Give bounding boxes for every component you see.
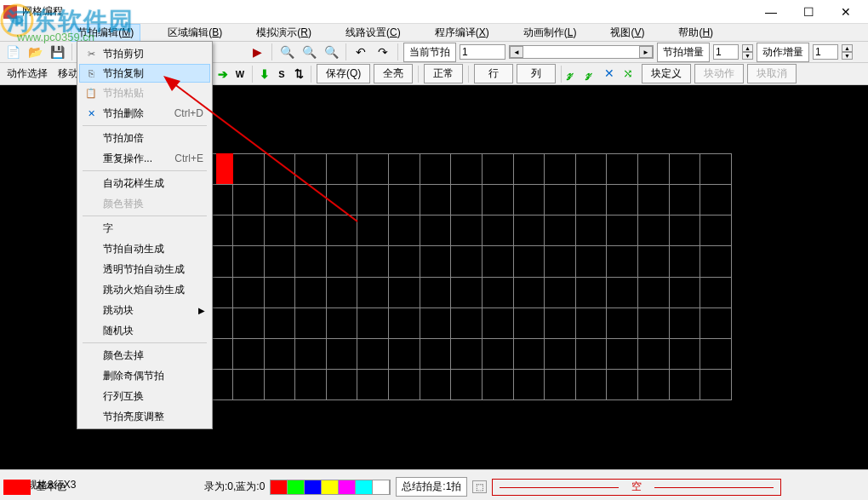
new-icon[interactable]: 📄	[3, 43, 22, 61]
menu-help[interactable]: 帮助(H)	[671, 24, 720, 42]
block-action-button: 块动作	[694, 64, 744, 83]
submenu-arrow-icon: ▶	[198, 306, 207, 315]
red-cell[interactable]	[216, 153, 233, 184]
menu-beat-edit[interactable]: 节拍编辑(M)	[71, 24, 140, 42]
window-title: 网格编程	[22, 4, 752, 19]
action-incr-label: 动作增量	[757, 43, 809, 62]
block-cancel-button: 块取消	[747, 64, 797, 83]
menu-beat-bright[interactable]: 节拍亮度调整	[79, 406, 210, 427]
menu-line-setting[interactable]: 线路设置(C)	[339, 24, 408, 42]
full-bright-button[interactable]: 全亮	[374, 64, 413, 83]
total-beats-label: 总结拍是:1拍	[396, 477, 467, 497]
menu-delete[interactable]: ✕节拍删除Ctrl+D	[79, 103, 210, 124]
menu-compile[interactable]: 程序编译(X)	[428, 24, 496, 42]
x1-icon[interactable]: ✕	[604, 66, 620, 82]
color-info-label: 录为:0,蓝为:0	[204, 480, 265, 494]
save-button[interactable]: 保存(Q)	[317, 64, 370, 83]
tool-icon[interactable]: ▶	[248, 43, 266, 61]
menu-area-edit[interactable]: 区域编辑(B)	[161, 24, 229, 42]
menu-row-col-swap[interactable]: 行列互换	[79, 386, 210, 406]
menu-view[interactable]: 视图(V)	[603, 24, 651, 42]
stamp2-icon[interactable]: 𝓏	[585, 66, 601, 82]
empty-status: 空	[492, 479, 781, 496]
menu-color-remove[interactable]: 颜色去掉	[79, 345, 210, 365]
menu-simulate[interactable]: 模拟演示(R)	[249, 24, 318, 42]
titlebar: 网格编程 — ☐ ✕	[0, 0, 868, 24]
zoom-fit-icon[interactable]: 🔍	[322, 43, 340, 61]
beat-edit-dropdown: ✂节拍剪切 ⎘节拍复制 📋节拍粘贴 ✕节拍删除Ctrl+D 节拍加倍 重复操作.…	[77, 41, 213, 429]
basic-label: 基本色	[36, 480, 66, 494]
swap-icon[interactable]: ⇅	[292, 66, 306, 82]
copy-icon: ⎘	[83, 66, 100, 80]
block-def-button[interactable]: 块定义	[642, 64, 691, 83]
zoom-in-icon[interactable]: 🔍	[277, 43, 296, 61]
w-button[interactable]: W	[233, 66, 247, 82]
app-icon	[3, 5, 17, 19]
menu-copy[interactable]: ⎘节拍复制	[79, 64, 210, 83]
delete-icon: ✕	[83, 106, 100, 120]
menu-word[interactable]: 字	[79, 218, 210, 239]
beat-slider[interactable]: ◄►	[509, 45, 654, 59]
redo-icon[interactable]: ↷	[374, 43, 392, 61]
open-icon[interactable]: 📂	[26, 43, 44, 61]
menu-auto-beat[interactable]: 节拍自动生成	[79, 239, 210, 259]
menu-jump-block[interactable]: 跳动块▶	[79, 300, 210, 320]
maximize-button[interactable]: ☐	[790, 1, 827, 23]
arrow-down-icon[interactable]: ⬇	[258, 66, 271, 82]
undo-icon[interactable]: ↶	[351, 43, 370, 61]
row-button[interactable]: 行	[474, 64, 513, 83]
x2-icon[interactable]: ⤭	[623, 66, 638, 82]
menu-paste: 📋节拍粘贴	[79, 83, 210, 103]
beat-incr-label: 节拍增量	[657, 43, 710, 62]
cut-icon: ✂	[83, 47, 100, 60]
menu-cut[interactable]: ✂节拍剪切	[79, 43, 210, 64]
stamp1-icon[interactable]: 𝓏	[567, 66, 582, 82]
color-swatch-red[interactable]	[3, 480, 31, 495]
menu-transparent-auto[interactable]: 透明节拍自动生成	[79, 259, 210, 279]
paste-icon: 📋	[83, 86, 100, 100]
zoom-out-icon[interactable]: 🔍	[300, 43, 318, 61]
menu-animate[interactable]: 动画制作(L)	[517, 24, 584, 42]
current-beat-label: 当前节拍	[403, 43, 456, 62]
color-palette[interactable]	[270, 480, 391, 495]
menu-fire-auto[interactable]: 跳动火焰自动生成	[79, 279, 210, 300]
action-incr-input[interactable]	[813, 44, 838, 60]
beat-incr-input[interactable]	[713, 44, 739, 60]
save-icon[interactable]: 💾	[48, 43, 66, 61]
minimize-button[interactable]: —	[752, 1, 790, 23]
menu-double[interactable]: 节拍加倍	[79, 128, 210, 148]
col-button[interactable]: 列	[517, 64, 556, 83]
menu-auto-pattern[interactable]: 自动花样生成	[79, 173, 210, 193]
arrow-right-icon[interactable]: ➔	[216, 66, 230, 82]
scroll-icon[interactable]: ⬚	[472, 480, 487, 493]
action-select-label: 动作选择	[3, 65, 51, 83]
current-beat-input[interactable]	[460, 44, 505, 60]
menubar: 文件(F) 节拍编辑(M) 区域编辑(B) 模拟演示(R) 线路设置(C) 程序…	[0, 24, 868, 41]
normal-button[interactable]: 正常	[424, 64, 463, 83]
menu-random-block[interactable]: 随机块	[79, 320, 210, 341]
close-button[interactable]: ✕	[827, 1, 865, 23]
menu-delete-odd[interactable]: 删除奇偶节拍	[79, 365, 210, 386]
s-button[interactable]: S	[275, 66, 288, 82]
menu-repeat[interactable]: 重复操作...Ctrl+E	[79, 148, 210, 169]
menu-color-replace: 颜色替换	[79, 193, 210, 214]
